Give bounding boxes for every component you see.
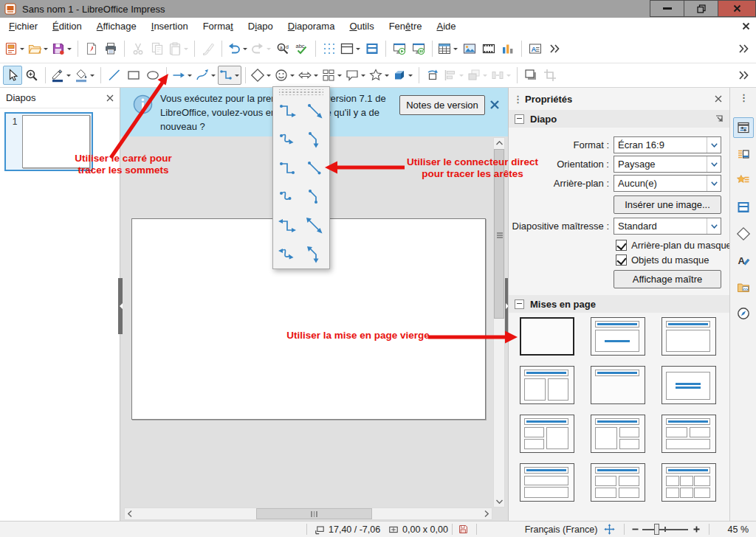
layout-title-content[interactable] — [662, 317, 716, 356]
save-button[interactable] — [50, 39, 74, 58]
line-color-dropdown-arrow[interactable] — [65, 66, 72, 85]
stars-banners-button[interactable] — [368, 66, 391, 85]
layout-title-6content[interactable] — [662, 463, 716, 502]
insert-textbox-button[interactable]: A — [526, 39, 545, 58]
zoom-button[interactable] — [22, 66, 41, 85]
insert-image-button[interactable] — [460, 39, 479, 58]
layout-title-2content-and-content[interactable] — [520, 415, 574, 453]
tab-properties[interactable] — [733, 117, 754, 138]
layout-title-only[interactable] — [591, 366, 645, 404]
display-grid-button[interactable] — [320, 39, 339, 58]
infobar-close-icon[interactable] — [489, 100, 500, 110]
print-button[interactable] — [101, 39, 120, 58]
menu-item-affichage[interactable]: Affichage — [89, 18, 144, 34]
collapse-icon[interactable] — [515, 299, 524, 309]
scroll-down-icon[interactable] — [495, 496, 504, 507]
menu-item-fenetre[interactable]: Fenêtre — [382, 18, 430, 34]
insert-image-button[interactable]: Insérer une image... — [614, 195, 721, 214]
open-dropdown-arrow[interactable] — [42, 39, 49, 58]
menu-item-diapo[interactable]: Diapo — [241, 18, 281, 34]
symbol-shapes-button[interactable] — [273, 66, 297, 85]
layouts-section-header[interactable]: Mises en page — [509, 295, 729, 313]
new-presentation-button[interactable] — [3, 39, 27, 58]
layout-blank[interactable] — [520, 317, 574, 356]
find-replace-button[interactable]: ad — [273, 39, 292, 58]
line-connector-with-arrows[interactable] — [300, 240, 328, 268]
tab-animation[interactable] — [733, 170, 754, 191]
scroll-right-icon[interactable] — [484, 510, 489, 517]
horizontal-scrollbar[interactable] — [124, 507, 492, 520]
stars-banners-dropdown-arrow[interactable] — [383, 66, 391, 85]
connectors-dropdown-arrow[interactable] — [233, 66, 241, 85]
document-modified-indicator[interactable] — [458, 522, 469, 537]
layout-centered-text[interactable] — [662, 366, 716, 404]
scroll-up-icon[interactable] — [495, 138, 504, 148]
tab-shapes[interactable] — [733, 224, 754, 244]
slide-panel-close-icon[interactable] — [106, 94, 114, 102]
ellipse-button[interactable] — [143, 66, 162, 85]
restore-button[interactable] — [684, 0, 718, 17]
fit-slide-button[interactable] — [603, 522, 616, 537]
lines-and-arrows-dropdown-arrow[interactable] — [186, 66, 193, 85]
vertical-scrollbar[interactable] — [493, 137, 505, 507]
block-arrows-button[interactable] — [297, 66, 320, 85]
insert-media-button[interactable] — [479, 39, 498, 58]
master-view-button[interactable]: Affichage maître — [614, 270, 721, 288]
insert-chart-button[interactable] — [498, 39, 518, 58]
flowchart-button[interactable] — [320, 66, 344, 85]
background-select[interactable]: Aucun(e) — [614, 175, 721, 192]
insert-line-button[interactable] — [105, 66, 124, 85]
format-select[interactable]: Écran 16:9 — [614, 136, 721, 153]
zoom-slider-thumb[interactable] — [654, 524, 659, 535]
close-button[interactable] — [718, 0, 756, 17]
zoom-level[interactable]: 45 % — [728, 522, 749, 537]
curves-polygons-button[interactable] — [194, 66, 218, 85]
background-dropdown-icon[interactable] — [707, 176, 721, 191]
lines-and-arrows-button[interactable] — [171, 66, 194, 85]
layout-title-content-and-2content[interactable] — [591, 415, 645, 453]
shadow-button[interactable] — [521, 66, 540, 85]
fill-color-button[interactable] — [73, 66, 97, 85]
more-options-icon[interactable] — [715, 114, 724, 123]
master-slide-select[interactable]: Standard — [614, 218, 721, 235]
horizontal-scrollbar-thumb[interactable] — [256, 508, 372, 519]
line-connector-ends-with-arrow[interactable] — [300, 125, 328, 153]
3d-objects-dropdown-arrow[interactable] — [407, 66, 414, 85]
tab-navigator[interactable] — [733, 303, 754, 324]
insert-table-dropdown-arrow[interactable] — [452, 39, 459, 58]
3d-objects-button[interactable] — [391, 66, 415, 85]
basic-shapes-dropdown-arrow[interactable] — [265, 66, 272, 85]
rectangle-button[interactable] — [124, 66, 143, 85]
curved-connector-ends-with-arrow[interactable] — [273, 125, 300, 153]
slide-thumbnail-1[interactable]: 1 — [4, 112, 93, 171]
close-document-icon[interactable] — [742, 22, 750, 30]
vertical-scrollbar-thumb[interactable] — [494, 149, 504, 319]
master-slide-button[interactable] — [362, 39, 382, 58]
curved-connector[interactable] — [273, 182, 300, 211]
flowchart-dropdown-arrow[interactable] — [336, 66, 343, 85]
curves-polygons-dropdown-arrow[interactable] — [210, 66, 217, 85]
toolbar-overflow-right-button[interactable] — [734, 66, 753, 85]
callouts-button[interactable] — [344, 66, 368, 85]
panel-grip-icon[interactable]: ⋮ — [513, 94, 522, 105]
zoom-in-button[interactable] — [693, 522, 701, 537]
tab-slide-transition[interactable] — [733, 144, 754, 164]
symbol-shapes-dropdown-arrow[interactable] — [289, 66, 296, 85]
new-presentation-dropdown-arrow[interactable] — [18, 39, 26, 58]
zoom-out-button[interactable] — [631, 522, 639, 537]
layout-title-slide[interactable] — [591, 317, 645, 356]
callouts-dropdown-arrow[interactable] — [360, 66, 367, 85]
straight-connector[interactable] — [300, 153, 328, 182]
export-pdf-button[interactable] — [82, 39, 101, 58]
undo-button[interactable] — [226, 39, 250, 58]
scroll-left-icon[interactable] — [128, 510, 132, 517]
start-from-current-slide-button[interactable] — [409, 39, 428, 58]
straight-connector-with-arrows[interactable] — [300, 211, 328, 240]
sidebar-menu-icon[interactable]: ⋮ — [739, 92, 749, 103]
menu-item-format[interactable]: Format — [196, 18, 241, 34]
format-dropdown-icon[interactable] — [707, 137, 721, 153]
layout-title-2content-over-content[interactable] — [662, 415, 716, 453]
menu-item-aide[interactable]: Aide — [429, 18, 463, 34]
zoom-slider[interactable] — [642, 522, 688, 537]
connector-ends-with-arrow[interactable] — [273, 96, 300, 125]
